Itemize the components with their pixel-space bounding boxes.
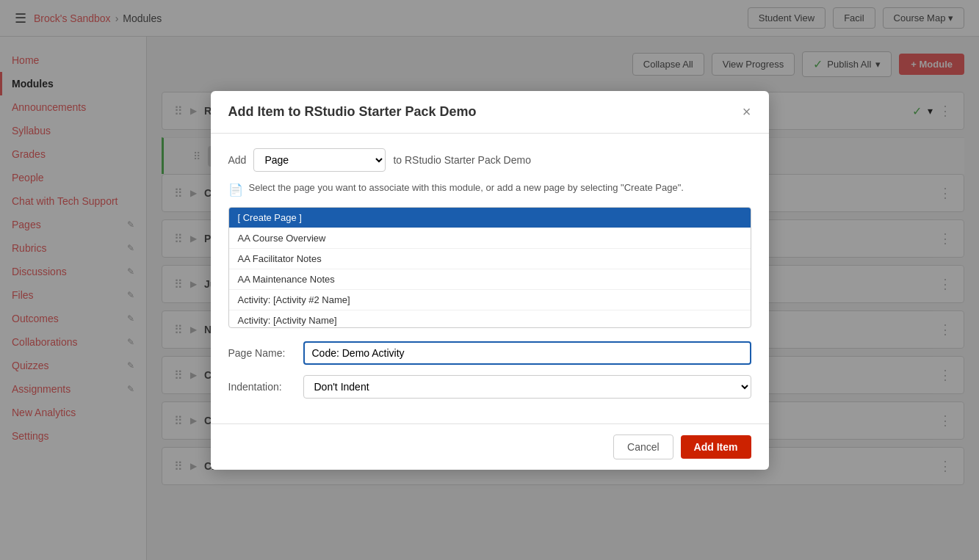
info-row: 📄 Select the page you want to associate … [228,182,751,197]
modal-footer: Cancel Add Item [211,423,769,470]
indentation-label: Indentation: [228,381,295,393]
page-list-item-create[interactable]: [ Create Page ] [229,208,751,228]
add-item-modal: Add Item to RStudio Starter Pack Demo × … [211,91,769,470]
page-name-label: Page Name: [228,347,295,359]
modal-close-button[interactable]: × [743,104,751,119]
page-list-item[interactable]: AA Maintenance Notes [229,269,751,290]
add-destination-text: to RStudio Starter Pack Demo [393,154,531,166]
add-item-button[interactable]: Add Item [681,435,751,459]
add-label: Add [228,154,247,166]
indentation-select[interactable]: Don't Indent Indent 1 Level Indent 2 Lev… [303,375,751,399]
modal-body: Add Page Assignment Quiz File Discussion… [211,134,769,423]
page-list[interactable]: [ Create Page ] AA Course Overview AA Fa… [228,207,751,328]
modal-overlay: Add Item to RStudio Starter Pack Demo × … [0,0,979,560]
page-list-item[interactable]: Activity: [Activity #2 Name] [229,290,751,310]
add-row: Add Page Assignment Quiz File Discussion… [228,148,751,172]
modal-header: Add Item to RStudio Starter Pack Demo × [211,91,769,134]
page-list-item[interactable]: AA Course Overview [229,228,751,249]
page-list-item[interactable]: AA Facilitator Notes [229,249,751,269]
info-text: Select the page you want to associate wi… [249,182,684,193]
page-name-input[interactable] [303,341,751,365]
add-type-select[interactable]: Page Assignment Quiz File Discussion Tex… [253,148,386,172]
modal-title: Add Item to RStudio Starter Pack Demo [228,104,477,120]
page-name-row: Page Name: [228,341,751,365]
cancel-button[interactable]: Cancel [613,434,673,459]
indentation-row: Indentation: Don't Indent Indent 1 Level… [228,375,751,399]
info-icon: 📄 [228,183,243,197]
page-list-item[interactable]: Activity: [Activity Name] [229,310,751,328]
